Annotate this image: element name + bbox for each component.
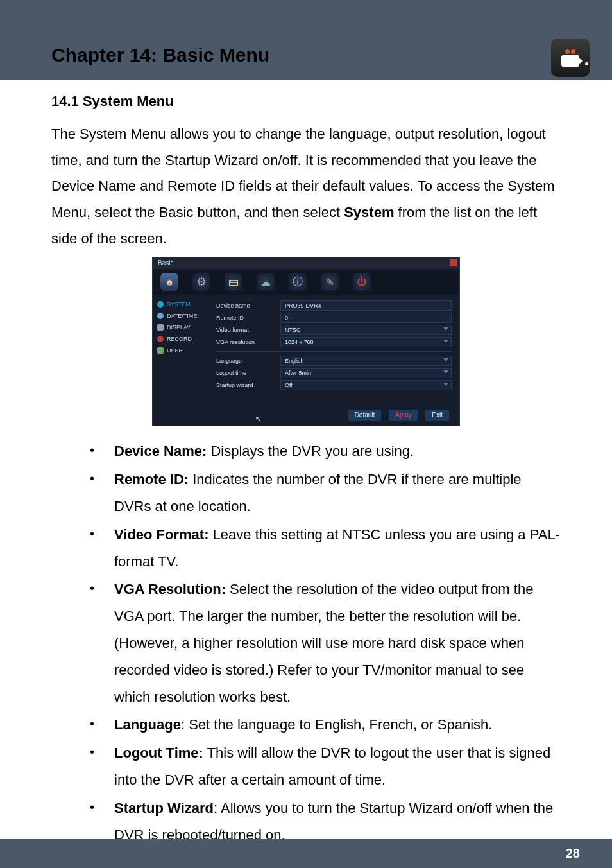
cursor-icon: ↖ [255,415,261,423]
sidebar: SYSTEMDATE/TIMEDISPLAYRECORDUSER [153,295,214,404]
close-icon[interactable] [450,259,457,266]
term: Startup Wizard [114,800,214,816]
sidebar-item-record[interactable]: RECORD [153,333,214,345]
setting-row: LanguageEnglish [216,356,452,366]
toolbar: 🏠 ⚙ 🖴 ☁ ⓘ ✎ ⏻ [153,269,459,295]
setting-row: Device namePRO39-DVR4 [216,300,452,311]
window-titlebar: Basic [153,257,459,269]
setting-row: Startup wizardOff [216,380,452,390]
setting-field[interactable]: English [280,356,452,366]
setting-field[interactable]: After 5min [280,368,452,378]
cloud-icon[interactable]: ☁ [257,273,275,291]
page-footer: 28 [0,839,612,868]
sidebar-icon [157,313,164,319]
setting-row: VGA resolution1024 x 768 [216,337,452,347]
list-item: VGA Resolution: Select the resolution of… [90,576,561,710]
term: Video Format: [114,526,209,542]
sidebar-label: DISPLAY [167,324,191,331]
list-item: Device Name: Displays the DVR you are us… [90,438,561,465]
setting-field[interactable]: NTSC [280,325,452,335]
window-title: Basic [158,259,173,266]
term: Logout Time: [114,745,203,761]
sidebar-item-display[interactable]: DISPLAY [153,322,214,333]
list-item: Logout Time: This will allow the DVR to … [90,740,561,794]
setting-field[interactable]: Off [280,380,452,390]
disk-icon[interactable]: 🖴 [225,273,242,291]
sidebar-icon [157,301,164,308]
chapter-title: Chapter 14: Basic Menu [51,44,269,66]
setting-label: Device name [216,302,280,309]
chevron-down-icon [443,340,448,343]
sidebar-item-system[interactable]: SYSTEM [153,299,214,310]
default-button[interactable]: Default [348,410,382,421]
setting-label: Startup wizard [216,382,280,388]
setting-row: Logout timeAfter 5min [216,368,452,378]
setting-label: Video format [216,327,280,333]
term: Language [114,716,181,733]
sidebar-label: DATE/TIME [167,313,197,319]
setting-label: VGA resolution [216,339,280,345]
chevron-down-icon [443,383,448,386]
setting-row: Remote ID0 [216,313,452,323]
list-item: Video Format: Leave this setting at NTSC… [90,521,561,575]
bullet-list: Device Name: Displays the DVR you are us… [51,438,561,848]
page-number: 28 [566,846,580,861]
section-title: 14.1 System Menu [51,93,561,110]
tools-icon[interactable]: ✎ [321,273,339,291]
setting-field[interactable]: 0 [280,313,452,323]
info-icon[interactable]: ⓘ [289,273,307,291]
sidebar-icon [157,324,164,331]
apply-button[interactable]: Apply [389,410,418,421]
intro-strong: System [344,204,394,220]
gear-icon[interactable]: ⚙ [192,273,210,291]
power-icon[interactable]: ⏻ [353,273,371,291]
sidebar-item-date-time[interactable]: DATE/TIME [153,310,214,322]
sidebar-label: RECORD [167,336,192,342]
description: : Set the language to English, French, o… [181,716,493,733]
sidebar-icon [157,347,164,354]
description: Displays the DVR you are using. [207,443,414,459]
term: Device Name: [114,443,207,459]
separator [216,351,452,352]
list-item: Remote ID: Indicates the number of the D… [90,466,561,520]
sidebar-icon [157,336,164,342]
settings-panel: Device namePRO39-DVR4Remote ID0Video for… [214,295,459,404]
sidebar-label: USER [167,347,183,354]
setting-field[interactable]: PRO39-DVR4 [280,300,452,311]
chapter-header: Chapter 14: Basic Menu [0,0,612,80]
chevron-down-icon [443,327,448,331]
setting-field[interactable]: 1024 x 768 [280,337,452,347]
dvr-screenshot: Basic 🏠 ⚙ 🖴 ☁ ⓘ ✎ ⏻ SYSTEMDATE/TIMEDISPL… [152,257,460,426]
setting-label: Remote ID [216,315,280,321]
exit-button[interactable]: Exit [425,410,449,421]
sidebar-label: SYSTEM [167,301,191,308]
term: VGA Resolution: [114,581,226,597]
camera-icon [551,39,590,77]
setting-row: Video formatNTSC [216,325,452,335]
setting-label: Logout time [216,370,280,376]
sidebar-item-user[interactable]: USER [153,345,214,356]
intro-paragraph: The System Menu allows you to change the… [51,121,561,252]
term: Remote ID: [114,471,189,487]
chevron-down-icon [443,358,448,361]
chevron-down-icon [443,370,448,374]
page-content: 14.1 System Menu The System Menu allows … [0,80,612,848]
list-item: Language: Set the language to English, F… [90,711,561,738]
setting-label: Language [216,358,280,364]
description: Select the resolution of the video outpu… [114,581,533,704]
dialog-footer: ↖ Default Apply Exit [153,404,459,426]
home-icon[interactable]: 🏠 [160,273,178,291]
